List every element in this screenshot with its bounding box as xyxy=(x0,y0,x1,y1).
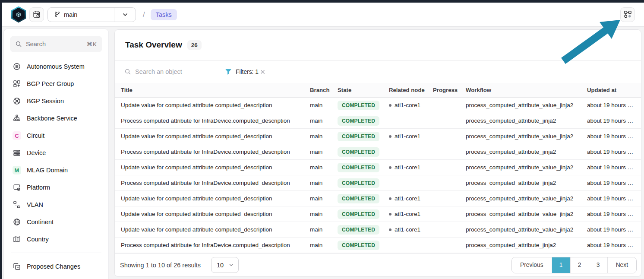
node-dot-icon xyxy=(389,135,391,138)
sidebar-item-bgp-session[interactable]: BGP Session xyxy=(4,92,108,110)
column-header-state[interactable]: State xyxy=(336,87,387,93)
mlag-domain-letter-badge: M xyxy=(13,166,21,174)
filters-button[interactable]: Filters: 1 xyxy=(225,68,259,75)
cell-updated-at: about 19 hours ago xyxy=(585,226,637,233)
sidebar-item-device[interactable]: Device xyxy=(4,144,108,162)
cell-title: Update value for computed attribute comp… xyxy=(119,164,308,171)
cell-branch: main xyxy=(308,149,336,155)
cell-workflow: process_computed_attribute_value_jinja2 xyxy=(464,164,585,171)
table-row[interactable]: Update value for computed attribute comp… xyxy=(115,129,641,144)
cell-state: COMPLETED xyxy=(336,101,387,110)
cell-workflow: process_computed_attribute_jinja2 xyxy=(464,117,585,124)
object-search-input[interactable] xyxy=(135,68,208,75)
sidebar-item-label: Backbone Service xyxy=(27,115,77,122)
sidebar-item-bgp-peer-group[interactable]: BGP Peer Group xyxy=(4,75,108,92)
table-row[interactable]: Update value for computed attribute comp… xyxy=(115,98,641,113)
sidebar-item-continent[interactable]: Continent xyxy=(4,213,108,231)
calendar-clock-icon xyxy=(33,10,41,19)
sidebar-search-input[interactable] xyxy=(26,41,82,48)
cell-workflow: process_computed_attribute_value_jinja2 xyxy=(464,102,585,108)
cell-branch: main xyxy=(308,133,336,140)
cell-state: COMPLETED xyxy=(336,163,387,172)
proposed-changes-icon xyxy=(13,262,21,271)
sidebar-item-label: BGP Peer Group xyxy=(27,80,74,87)
sidebar-item-country[interactable]: Country xyxy=(4,231,108,248)
time-travel-button[interactable] xyxy=(29,7,44,22)
cell-updated-at: about 19 hours ago xyxy=(585,117,637,124)
page-button-2[interactable]: 2 xyxy=(570,257,589,273)
column-header-updated-at[interactable]: Updated at xyxy=(585,87,637,93)
table-row[interactable]: Update value for computed attribute comp… xyxy=(115,160,641,175)
table-row[interactable]: Process computed attribute for InfraDevi… xyxy=(115,144,641,160)
sidebar-item-autonomous-system[interactable]: Autonomous System xyxy=(4,58,108,75)
status-badge: COMPLETED xyxy=(338,194,379,203)
sidebar-item-circuit[interactable]: C Circuit xyxy=(4,127,108,144)
table-row[interactable]: Process computed attribute for InfraDevi… xyxy=(115,175,641,191)
infrahub-logo[interactable] xyxy=(11,6,26,23)
device-icon xyxy=(13,149,21,157)
sidebar: ⌘K Autonomous System BGP Peer Group BGP … xyxy=(3,29,109,279)
status-badge: COMPLETED xyxy=(338,116,379,126)
search-icon xyxy=(15,41,22,48)
cell-workflow: process_computed_attribute_jinja2 xyxy=(464,242,585,248)
clear-filters-button[interactable] xyxy=(259,69,266,75)
status-badge: COMPLETED xyxy=(338,147,379,157)
sidebar-item-label: Proposed Changes xyxy=(27,263,80,270)
search-shortcut: ⌘K xyxy=(86,41,97,48)
column-header-branch[interactable]: Branch xyxy=(308,87,336,93)
workflow-graph-icon xyxy=(624,10,632,19)
column-header-progress[interactable]: Progress xyxy=(431,87,464,93)
sidebar-item-object-management[interactable]: Object Management xyxy=(4,275,108,279)
table-row[interactable]: Update value for computed attribute comp… xyxy=(115,206,641,222)
cell-related-node: atl1-core1 xyxy=(387,164,431,171)
cell-branch: main xyxy=(308,164,336,171)
sidebar-search[interactable]: ⌘K xyxy=(10,36,102,52)
sidebar-item-label: Device xyxy=(27,149,46,156)
next-page-button[interactable]: Next xyxy=(607,257,636,273)
breadcrumb-tasks[interactable]: Tasks xyxy=(151,9,177,20)
top-bar: main / Tasks xyxy=(2,3,644,27)
sidebar-item-label: Platform xyxy=(27,184,50,191)
status-badge: COMPLETED xyxy=(338,132,379,141)
table-row[interactable]: Update value for computed attribute comp… xyxy=(115,191,641,206)
task-count-badge: 26 xyxy=(187,40,202,50)
window-frame-top xyxy=(0,0,644,3)
sidebar-item-proposed-changes[interactable]: Proposed Changes xyxy=(4,258,108,275)
cell-title: Process computed attribute for InfraDevi… xyxy=(119,149,308,155)
table-footer: Showing 1 to 10 of 26 results 10 Previou… xyxy=(115,253,641,276)
table-row[interactable]: Update value for computed attribute comp… xyxy=(115,222,641,238)
cell-updated-at: about 19 hours ago xyxy=(585,195,637,202)
cell-updated-at: about 19 hours ago xyxy=(585,133,637,140)
sidebar-item-mlag-domain[interactable]: M MLAG Domain xyxy=(4,162,108,179)
schema-visualizer-button[interactable] xyxy=(620,7,635,22)
cell-related-node: atl1-core1 xyxy=(387,211,431,217)
cell-updated-at: about 19 hours ago xyxy=(585,102,637,108)
column-header-related-node[interactable]: Related node xyxy=(387,87,431,93)
status-badge: COMPLETED xyxy=(338,101,379,110)
status-badge: COMPLETED xyxy=(338,178,379,188)
sidebar-item-vlan[interactable]: VLAN xyxy=(4,196,108,213)
chevron-down-icon xyxy=(228,262,234,268)
autonomous-system-icon xyxy=(13,62,21,71)
sidebar-item-backbone-service[interactable]: Backbone Service xyxy=(4,110,108,127)
sidebar-item-platform[interactable]: Platform xyxy=(4,179,108,196)
page-button-3[interactable]: 3 xyxy=(589,257,607,273)
branch-selector[interactable]: main xyxy=(47,7,136,22)
cell-title: Process computed attribute for InfraDevi… xyxy=(119,117,308,124)
column-header-title[interactable]: Title xyxy=(119,87,308,93)
cell-state: COMPLETED xyxy=(336,116,387,126)
cell-workflow: process_computed_attribute_value_jinja2 xyxy=(464,226,585,233)
column-header-workflow[interactable]: Workflow xyxy=(464,87,585,93)
page-button-1[interactable]: 1 xyxy=(552,257,570,273)
cell-workflow: process_computed_attribute_jinja2 xyxy=(464,149,585,155)
cell-related-node: atl1-core1 xyxy=(387,133,431,140)
cell-updated-at: about 19 hours ago xyxy=(585,149,637,155)
sidebar-item-label: VLAN xyxy=(27,201,43,208)
table-row[interactable]: Process computed attribute for InfraDevi… xyxy=(115,238,641,253)
previous-page-button[interactable]: Previous xyxy=(512,257,552,273)
table-row[interactable]: Process computed attribute for InfraDevi… xyxy=(115,113,641,129)
cell-branch: main xyxy=(308,226,336,233)
branch-selector-toggle[interactable] xyxy=(114,8,136,22)
cell-updated-at: about 19 hours ago xyxy=(585,211,637,217)
page-size-select[interactable]: 10 xyxy=(211,257,239,273)
